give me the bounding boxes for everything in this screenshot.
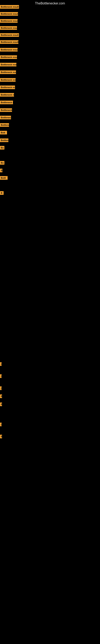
bottleneck-bar: Bottleneck result — [0, 33, 19, 37]
bottleneck-bar: | — [0, 422, 1, 426]
bottleneck-bar: Bottleneck result — [0, 48, 18, 52]
bottleneck-bar: Bottleneck result — [0, 116, 11, 119]
bottleneck-bar: Bo — [0, 146, 4, 150]
bottleneck-bar: Bottleneck result — [0, 19, 18, 23]
bottleneck-bar: | — [0, 386, 1, 390]
bottleneck-bar: B — [0, 402, 2, 406]
bottleneck-bar: Bottlenec — [0, 123, 9, 127]
bottleneck-bar: B — [0, 435, 2, 438]
bottleneck-bar: Bottleneck result — [0, 40, 18, 44]
bottleneck-bar: B — [0, 169, 2, 172]
bottleneck-bar: Bottleneck result — [0, 93, 14, 96]
bottleneck-bar: Bottleneck result — [0, 70, 16, 74]
bottleneck-bar: Bo — [0, 161, 4, 164]
bottleneck-bar: Bottleneck result — [0, 108, 12, 112]
bottleneck-bar: Bottleneck result — [0, 78, 16, 82]
bottleneck-bar: Bottleneck result — [0, 5, 19, 9]
bottleneck-bar: | — [0, 362, 1, 366]
bottleneck-bar: B — [0, 191, 3, 195]
bottleneck-bar: Bottleneck result — [0, 26, 17, 30]
bottleneck-bar: Bottlene — [0, 138, 8, 142]
bottleneck-bar: Bottleneck result — [0, 86, 15, 89]
bottleneck-bar: Bottleneck result — [0, 12, 18, 16]
bottleneck-bar: B — [0, 394, 2, 398]
bottleneck-bar: | — [0, 374, 1, 378]
bottleneck-bar: Bottleneck result — [0, 100, 13, 104]
bottleneck-bar: Bottleneck result — [0, 63, 16, 66]
bottleneck-bar: Bott — [0, 131, 7, 134]
bottleneck-bar: Bottleneck result — [0, 55, 17, 59]
bottleneck-bar: Bottl — [0, 176, 8, 180]
